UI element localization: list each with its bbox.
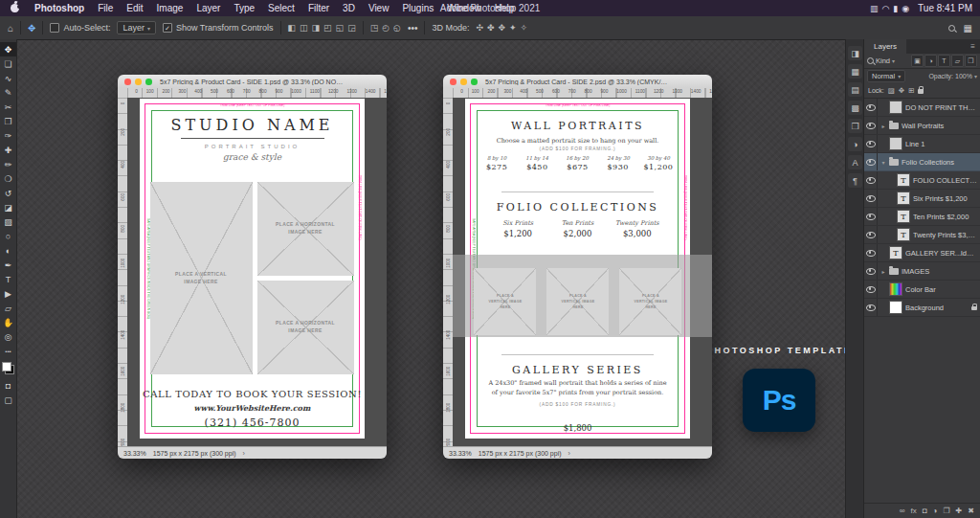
lock-artboard-icon[interactable]: ⊞ [908,86,914,95]
home-icon[interactable]: ⌂ [8,23,13,34]
opacity-control[interactable]: Opacity: 100% ▾ [928,73,977,79]
layer-row[interactable]: T Ten Prints $2,000 [864,208,980,226]
new-layer-icon[interactable]: ✚ [956,507,963,515]
menu-item[interactable]: 3D [336,3,362,13]
layer-visibility-toggle[interactable] [864,171,878,189]
workspace-icon[interactable]: ▦ [964,23,972,34]
auto-select-target-dropdown[interactable]: Layer ▾ [117,21,156,34]
gradients-panel-icon[interactable]: ▤ [848,82,862,97]
move-tool-icon[interactable]: ✥ [28,23,35,34]
menu-item[interactable]: File [91,3,120,13]
zoom-level[interactable]: 33.33% [449,450,472,457]
delete-layer-icon[interactable]: ✖ [968,507,974,515]
window-titlebar[interactable]: 5x7 Pricing & Product Card - SIDE 1.psd … [118,75,387,89]
layer-visibility-toggle[interactable] [864,299,878,316]
move-tool[interactable]: ✥ [0,42,16,56]
show-transform-controls-checkbox[interactable]: ✓ Show Transform Controls [163,23,274,33]
frame-tool[interactable]: ❐ [0,114,16,128]
distribute-vertical-icon[interactable]: ◴ [382,23,390,33]
quick-selection-tool[interactable]: ✎ [0,85,16,100]
menu-item[interactable]: Photoshop [28,3,91,13]
layer-row[interactable]: Background [864,299,980,317]
distribute-spacing-icon[interactable]: ◵ [393,23,401,33]
menu-item[interactable]: Plugins [395,3,440,13]
close-button[interactable] [450,79,457,85]
filter-smart-objects-icon[interactable]: ❒ [965,55,977,67]
maximize-button[interactable] [471,79,478,85]
menu-item[interactable]: Layer [189,3,227,13]
zoom-tool[interactable]: ◎ [0,329,16,344]
distribute-horizontal-icon[interactable]: ◳ [370,23,379,33]
blur-tool[interactable]: ○ [0,229,16,243]
layer-disclosure-icon[interactable]: ▸ [880,123,886,129]
layer-visibility-toggle[interactable] [864,281,878,298]
spot-healing-brush-tool[interactable]: ✚ [0,143,16,157]
rectangle-tool[interactable]: ▱ [0,301,16,315]
align-bottom-icon[interactable]: ◲ [347,23,356,33]
apple-menu-icon[interactable] [11,4,19,12]
layer-row[interactable]: Line 1 [864,135,980,153]
eraser-tool[interactable]: ◪ [0,200,16,214]
align-center-vertical-icon[interactable]: ◱ [336,23,345,33]
libraries-panel-icon[interactable]: ❒ [848,119,862,133]
menu-item[interactable]: View [362,3,396,13]
layer-visibility-toggle[interactable] [864,262,878,280]
layer-visibility-toggle[interactable] [864,208,878,225]
layer-disclosure-icon[interactable]: ▾ [880,159,886,166]
patterns-panel-icon[interactable]: ▩ [848,101,862,115]
layer-effects-icon[interactable]: fx [911,507,917,515]
menu-item[interactable]: Filter [301,3,336,13]
document-info[interactable]: 1575 px x 2175 px (300 ppi) [479,450,562,457]
dodge-tool[interactable]: ◐ [0,243,16,258]
auto-select-checkbox[interactable]: Auto-Select: [50,23,110,33]
type-tool[interactable]: T [0,272,16,286]
menu-item[interactable]: Help [488,3,522,13]
layer-row[interactable]: DO NOT PRINT THIS LAYER [864,99,980,117]
layer-visibility-toggle[interactable] [864,244,878,261]
window-titlebar[interactable]: 5x7 Pricing & Product Card - SIDE 2.psd … [443,75,712,89]
layer-mask-icon[interactable]: ◘ [923,507,927,515]
3d-drag-icon[interactable]: ✥ [499,23,506,33]
hand-tool[interactable]: ✋ [0,315,16,329]
new-group-icon[interactable]: ❐ [943,507,949,515]
maximize-button[interactable] [145,79,152,85]
display-icon[interactable]: ▥ [870,4,879,13]
minimize-button[interactable] [460,79,467,85]
foreground-color[interactable] [2,362,11,372]
close-button[interactable] [124,79,131,85]
document-window-side2[interactable]: 5x7 Pricing & Product Card - SIDE 2.psd … [443,75,712,459]
menu-item[interactable]: Select [261,3,301,13]
chevron-right-icon[interactable]: › [243,450,245,457]
lock-transparency-icon[interactable]: ▨ [888,86,895,95]
layer-row[interactable]: T Six Prints $1,200 [864,190,980,208]
minimize-button[interactable] [135,79,142,85]
layer-row[interactable]: ▸ IMAGES [864,262,980,281]
screen-mode-icon[interactable]: ▢ [0,393,16,407]
menu-item[interactable]: Type [227,3,261,13]
pen-tool[interactable]: ✒ [0,258,16,272]
3d-rotate-icon[interactable]: ✣ [476,23,483,33]
panel-menu-icon[interactable]: ≡ [966,39,980,54]
menu-item[interactable]: Image [150,3,190,13]
wifi-icon[interactable]: ◠ [881,4,889,13]
layer-visibility-toggle[interactable] [864,135,878,152]
filter-shape-layers-icon[interactable]: ▱ [951,55,964,67]
layer-disclosure-icon[interactable]: ▸ [880,268,886,275]
filter-pixel-layers-icon[interactable]: ▣ [911,55,924,67]
blend-mode-dropdown[interactable]: Normal ▾ [867,70,905,82]
clone-stamp-tool[interactable]: ❍ [0,171,16,186]
layer-row[interactable]: ▸ Wall Portraits [864,117,980,135]
layer-visibility-toggle[interactable] [864,153,878,170]
gradient-tool[interactable]: ▨ [0,214,16,229]
align-right-icon[interactable]: ◨ [312,23,321,33]
edit-toolbar-icon[interactable]: ••• [0,344,16,358]
rectangular-marquee-tool[interactable]: ❏ [0,56,16,71]
chevron-right-icon[interactable]: › [568,450,570,457]
eyedropper-tool[interactable]: ✑ [0,128,16,143]
layer-row[interactable]: T GALLERY SER...lds a serie [864,244,980,262]
link-layers-icon[interactable]: ∞ [900,507,905,515]
canvas-area[interactable]: SAFE AREA (KEEP TEXT AND GRAPHICS INSIDE… [127,98,387,447]
lasso-tool[interactable]: ∿ [0,71,16,85]
filter-kind-label[interactable]: Kind [876,56,890,65]
lock-all-icon[interactable] [918,89,924,94]
